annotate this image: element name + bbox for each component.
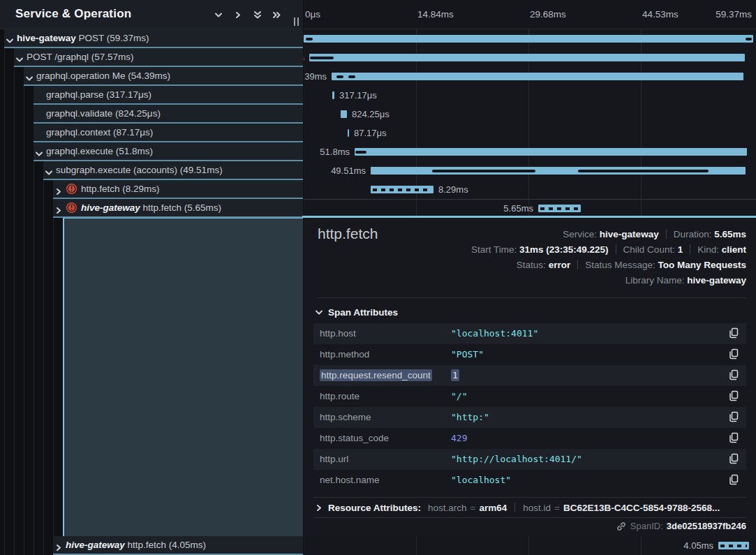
span-tree-header: Service & Operation	[0, 0, 303, 29]
chevron-down-icon[interactable]	[5, 34, 15, 43]
span-duration-bar[interactable]	[332, 91, 334, 99]
chevron-down-icon[interactable]	[24, 71, 34, 81]
span-duration-bar[interactable]	[332, 73, 743, 80]
chevron-right-icon[interactable]	[54, 540, 64, 550]
selected-row-bottom-border	[302, 216, 756, 218]
tree-indent-guide	[24, 29, 24, 555]
meta-divider	[616, 244, 616, 254]
span-attributes-title: Span Attributes	[328, 307, 398, 318]
copy-icon[interactable]	[727, 410, 741, 424]
copy-icon[interactable]	[727, 369, 741, 383]
span-tree-row[interactable]: hive-gateway http.fetch (5.65ms)	[53, 199, 303, 218]
copy-icon[interactable]	[727, 327, 741, 341]
span-tree-row[interactable]: subgraph.execute (accounts) (49.51ms)	[43, 161, 303, 180]
span-duration-bar[interactable]	[538, 205, 581, 212]
resource-value: BC62E13B-C4CC-5854-9788-2568...	[563, 503, 720, 513]
span-operation-label: graphql.execute (51.8ms)	[46, 146, 153, 156]
selected-text: 1	[451, 369, 459, 381]
chevron-down-icon[interactable]	[34, 147, 44, 156]
span-duration-bar[interactable]	[304, 35, 753, 43]
attribute-row: http.request.resend_count1	[313, 365, 746, 386]
attribute-row: http.status_code429	[313, 428, 746, 449]
copy-icon[interactable]	[727, 390, 741, 404]
span-tree-row[interactable]: graphql.validate (824.25μs)	[34, 105, 303, 124]
meta-value: client	[722, 244, 746, 255]
copy-icon[interactable]	[727, 452, 741, 466]
span-attributes-toggle[interactable]: Span Attributes	[314, 307, 398, 318]
child-span-marker	[746, 38, 752, 40]
meta-label: Kind:	[697, 244, 719, 255]
service-name: hive-gateway	[17, 33, 76, 43]
span-duration-bar[interactable]	[355, 148, 747, 156]
duration-label: 51.8ms	[320, 142, 350, 161]
span-attributes-table: http.host"localhost:4011"http.method"POS…	[313, 323, 746, 491]
span-tree-row[interactable]: graphql.operation Me (54.39ms)	[24, 67, 303, 86]
attribute-value: 1	[451, 365, 459, 386]
span-duration-bar[interactable]	[348, 129, 349, 137]
attribute-value: "localhost"	[451, 470, 511, 491]
copy-icon[interactable]	[727, 473, 741, 487]
chevron-down-icon[interactable]	[44, 165, 54, 175]
attribute-row: net.host.name"localhost"	[313, 470, 746, 491]
span-duration-bar[interactable]	[341, 110, 347, 118]
timeline-header: 0μs14.84ms29.68ms44.53ms59.37ms	[304, 0, 756, 29]
attribute-row: http.url"http://localhost:4011/"	[313, 449, 746, 470]
collapse-all-icon[interactable]	[250, 8, 265, 22]
span-tree-row[interactable]: graphql.execute (51.8ms)	[34, 142, 303, 161]
resource-key: host.arch	[428, 503, 467, 513]
meta-value: 5.65ms	[714, 229, 746, 239]
resource-attributes-toggle[interactable]: Resource Attributes:	[314, 503, 421, 513]
span-tree-row[interactable]: graphql.context (87.17μs)	[34, 124, 303, 142]
timeline-row: 51.8ms	[304, 142, 756, 161]
meta-value: 31ms (23:35:49.225)	[519, 244, 609, 255]
child-span-marker	[336, 75, 343, 78]
span-tree-row-retry[interactable]: hive-gateway http.fetch (4.05ms)	[53, 536, 303, 555]
collapse-one-icon[interactable]	[211, 8, 226, 22]
copy-icon[interactable]	[727, 348, 741, 362]
span-detail-title: http.fetch	[318, 225, 378, 242]
timeline-row: 54.39ms	[304, 67, 756, 86]
resource-value: arm64	[479, 503, 507, 513]
timeline-row: 824.25μs	[304, 105, 756, 124]
timeline-row: 49.51ms	[304, 161, 756, 180]
error-icon	[66, 183, 77, 199]
copy-icon[interactable]	[727, 431, 741, 445]
link-icon[interactable]	[616, 521, 626, 531]
span-operation-label: graphql.context (87.17μs)	[46, 127, 153, 138]
duration-label: 87.17μs	[354, 124, 387, 142]
duration-label: 5.65ms	[503, 199, 533, 218]
span-tree-row[interactable]: POST /graphql (57.57ms)	[14, 48, 303, 67]
spanid-label: SpanID:	[630, 521, 663, 531]
span-operation-label: graphql.operation Me (54.39ms)	[36, 71, 170, 81]
chevron-right-icon[interactable]	[54, 184, 64, 194]
span-operation-label: http.fetch (4.05ms)	[128, 540, 207, 550]
span-tree-row[interactable]: graphql.parse (317.17μs)	[34, 86, 303, 105]
span-tree: hive-gateway POST (59.37ms)POST /graphql…	[0, 29, 303, 555]
duration-label: 57.57ms	[304, 48, 304, 67]
panel-resize-handle[interactable]	[292, 17, 301, 27]
timeline-tick: 29.68ms	[530, 9, 566, 20]
page-title: Service & Operation	[15, 7, 131, 21]
meta-label: Duration:	[674, 229, 712, 239]
child-span-marker	[306, 38, 313, 40]
attribute-value: "http://localhost:4011/"	[451, 449, 582, 470]
meta-label: Library Name:	[625, 275, 685, 286]
attribute-value: "http:"	[451, 407, 489, 428]
trace-viewer: Service & Operation 0μs14.84ms29.68ms44.…	[0, 0, 756, 555]
span-duration-bar[interactable]	[718, 542, 749, 549]
span-tree-row[interactable]: hive-gateway POST (59.37ms)	[4, 29, 303, 48]
span-duration-bar[interactable]	[309, 54, 745, 61]
child-span-marker	[348, 75, 355, 78]
span-operation-label: http.fetch (8.29ms)	[81, 184, 160, 194]
expand-all-icon[interactable]	[269, 8, 285, 22]
span-tree-row[interactable]: http.fetch (8.29ms)	[53, 180, 303, 199]
meta-value: hive-gateway	[687, 275, 746, 286]
expand-one-icon[interactable]	[230, 8, 246, 22]
meta-divider	[666, 229, 667, 239]
meta-label: Child Count:	[623, 244, 675, 255]
timeline-row: 8.29ms	[304, 180, 756, 199]
meta-divider	[577, 260, 578, 269]
chevron-down-icon[interactable]	[15, 52, 24, 62]
span-duration-bar[interactable]	[371, 186, 433, 193]
chevron-right-icon[interactable]	[54, 203, 64, 213]
